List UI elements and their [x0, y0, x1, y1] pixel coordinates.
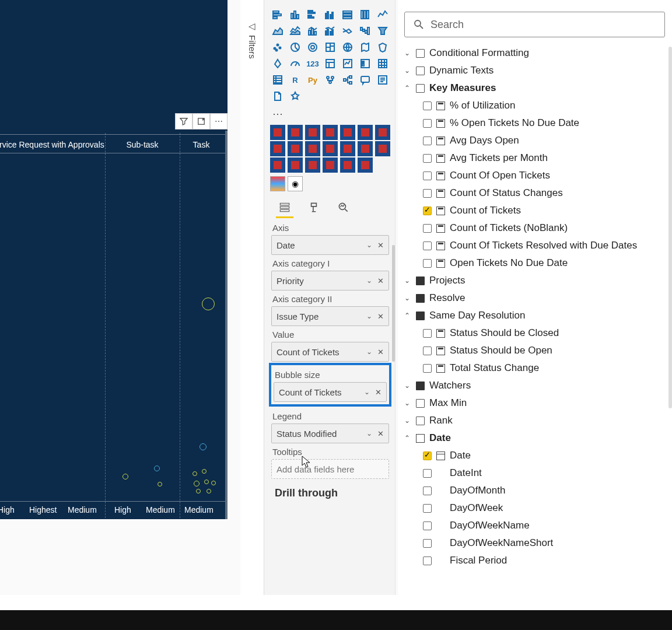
shape-map-icon[interactable] — [375, 40, 390, 55]
custom-visual-icon[interactable] — [305, 141, 320, 156]
decomposition-tree-icon[interactable] — [340, 72, 355, 88]
field-row[interactable]: Total Status Change — [401, 359, 668, 377]
clustered-column-icon[interactable] — [323, 7, 338, 22]
smart-narrative-icon[interactable] — [375, 72, 390, 88]
get-more-visuals-icon[interactable] — [288, 89, 303, 104]
field-row[interactable]: DayOfWeek — [401, 499, 668, 517]
matrix-icon[interactable] — [270, 72, 285, 88]
chevron-down-icon[interactable]: ⌄ — [366, 241, 372, 249]
table-row[interactable]: ⌄Dynamic Texts — [401, 62, 668, 79]
chevron-down-icon[interactable]: ⌄ — [366, 312, 372, 320]
bubble-well[interactable]: Count of Tickets⌄✕ — [274, 382, 387, 402]
table-row[interactable]: ⌄Watchers — [401, 377, 668, 394]
checkbox[interactable] — [423, 242, 432, 250]
field-row[interactable]: Date — [401, 447, 668, 464]
remove-field-icon[interactable]: ✕ — [377, 276, 384, 285]
custom-visual-icon[interactable] — [288, 141, 303, 156]
pie-icon[interactable] — [288, 40, 303, 55]
field-row[interactable]: Status Should be Closed — [401, 324, 668, 342]
filters-pane-collapsed[interactable]: ◁ Filters — [242, 21, 262, 91]
custom-visual-icon[interactable] — [375, 141, 390, 156]
dot-plot-visual[interactable]: ⋯ ervice Request with Approvals Sub-task… — [0, 0, 228, 519]
stacked-area-icon[interactable] — [288, 23, 303, 38]
stacked-bar-icon[interactable] — [270, 7, 285, 22]
card-icon[interactable]: 123 — [305, 56, 320, 71]
field-row[interactable]: Count Of Open Tickets — [401, 167, 668, 184]
stacked-col-100-icon[interactable] — [358, 7, 373, 22]
ribbon-chart-icon[interactable] — [340, 23, 355, 38]
waterfall-icon[interactable] — [358, 23, 373, 38]
table-row[interactable]: ⌄Max Min — [401, 394, 668, 412]
analytics-tab-icon[interactable] — [335, 200, 351, 215]
remove-field-icon[interactable]: ✕ — [377, 348, 384, 356]
line-stacked-col-icon[interactable] — [305, 23, 320, 38]
paginated-icon[interactable] — [270, 89, 285, 104]
legend-well[interactable]: Status Modified⌄✕ — [271, 424, 389, 443]
chevron-down-icon[interactable]: ⌄ — [366, 348, 372, 356]
field-row[interactable]: Avg Days Open — [401, 132, 668, 149]
field-row[interactable]: % of Utilization — [401, 97, 668, 114]
checkbox[interactable] — [423, 522, 432, 530]
table-row[interactable]: ⌃Date — [401, 429, 668, 447]
gauge-icon[interactable] — [288, 56, 303, 71]
custom-visual-icon[interactable] — [270, 158, 285, 173]
checkbox[interactable] — [423, 119, 432, 128]
checkbox[interactable] — [423, 189, 432, 198]
filter-icon[interactable] — [175, 113, 192, 130]
remove-field-icon[interactable]: ✕ — [377, 429, 384, 438]
checkbox[interactable] — [423, 469, 432, 478]
checkbox[interactable] — [423, 102, 432, 110]
format-tab-icon[interactable] — [306, 200, 321, 215]
filled-map-icon[interactable] — [358, 40, 373, 55]
field-row[interactable]: Count of Tickets — [401, 202, 668, 219]
scatter-icon[interactable] — [270, 40, 285, 55]
multi-card-icon[interactable] — [323, 56, 338, 71]
area-chart-icon[interactable] — [270, 23, 285, 38]
azure-map-icon[interactable] — [270, 56, 285, 71]
custom-visual-icon[interactable] — [340, 141, 355, 156]
custom-visual-icon[interactable] — [305, 158, 320, 173]
checkbox[interactable] — [423, 206, 432, 215]
custom-visual-icon[interactable] — [358, 125, 373, 140]
field-row[interactable]: Status Should be Open — [401, 342, 668, 359]
python-visual-icon[interactable]: Py — [305, 72, 320, 88]
field-row[interactable]: Avg Tickets per Month — [401, 149, 668, 167]
chevron-down-icon[interactable]: ⌄ — [366, 429, 372, 438]
table-row[interactable]: ⌄Conditional Formatting — [401, 44, 668, 62]
chevron-down-icon[interactable]: ⌄ — [364, 388, 370, 396]
checkbox[interactable] — [423, 364, 432, 373]
funnel-icon[interactable] — [375, 23, 390, 38]
qa-visual-icon[interactable] — [358, 72, 373, 88]
custom-visual-icon[interactable] — [358, 158, 373, 173]
clustered-bar-icon[interactable] — [305, 7, 320, 22]
custom-visual-alt-icon[interactable]: ◉ — [288, 176, 303, 191]
custom-visual-icon[interactable] — [288, 125, 303, 140]
more-visuals-icon[interactable]: ⋯ — [270, 106, 390, 125]
remove-field-icon[interactable]: ✕ — [377, 241, 384, 250]
chevron-down-icon[interactable]: ⌄ — [366, 276, 372, 285]
checkbox[interactable] — [423, 556, 432, 565]
checkbox[interactable] — [423, 259, 432, 268]
checkbox[interactable] — [423, 224, 432, 233]
stacked-column-icon[interactable] — [288, 7, 303, 22]
line-clustered-col-icon[interactable] — [323, 23, 338, 38]
table-row[interactable]: ⌄Rank — [401, 412, 668, 429]
checkbox[interactable] — [423, 172, 432, 180]
custom-visual-icon[interactable] — [305, 125, 320, 140]
scrollbar[interactable] — [668, 47, 672, 408]
field-row[interactable]: Open Tickets No Due Date — [401, 254, 668, 272]
checkbox[interactable] — [423, 136, 432, 145]
remove-field-icon[interactable]: ✕ — [377, 312, 384, 321]
custom-visual-alt-icon[interactable] — [270, 176, 285, 191]
checkbox[interactable] — [423, 539, 432, 548]
stacked-bar-100-icon[interactable] — [340, 7, 355, 22]
axis-cat1-well[interactable]: Priority⌄✕ — [271, 271, 389, 290]
remove-field-icon[interactable]: ✕ — [375, 388, 382, 397]
checkbox[interactable] — [423, 487, 432, 495]
custom-visual-icon[interactable] — [288, 158, 303, 173]
r-visual-icon[interactable]: R — [288, 72, 303, 88]
field-row[interactable]: DayOfMonth — [401, 482, 668, 499]
field-row[interactable]: DateInt — [401, 464, 668, 482]
donut-icon[interactable] — [305, 40, 320, 55]
axis-well[interactable]: Date⌄✕ — [271, 235, 389, 255]
